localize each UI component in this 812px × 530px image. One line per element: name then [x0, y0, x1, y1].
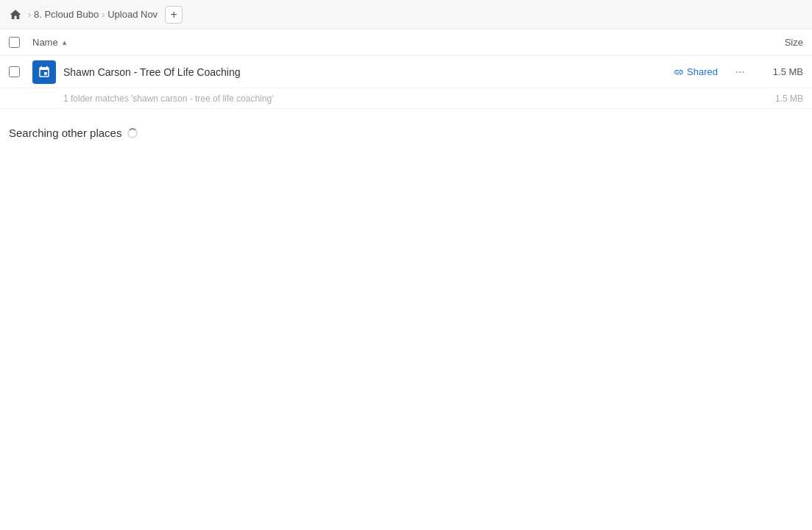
file-name-label: Shawn Carson - Tree Of Life Coaching	[63, 66, 674, 78]
breadcrumb-chevron-2: ›	[102, 10, 105, 20]
name-column-label: Name	[32, 37, 58, 48]
link-icon	[674, 67, 684, 77]
name-column-header[interactable]: Name ▲	[32, 37, 744, 48]
shared-label: Shared	[687, 66, 718, 77]
breadcrumb-bar: › 8. Pcloud Bubo › Upload Nov +	[0, 0, 812, 29]
breadcrumb-chevron-1: ›	[28, 10, 31, 20]
file-row[interactable]: Shawn Carson - Tree Of Life Coaching Sha…	[0, 56, 812, 88]
searching-title: Searching other places	[9, 127, 803, 139]
select-all-checkbox[interactable]	[9, 37, 20, 48]
file-checkbox[interactable]	[9, 66, 20, 77]
add-button[interactable]: +	[165, 6, 183, 24]
searching-section: Searching other places	[0, 109, 812, 148]
breadcrumb-item-pcloud[interactable]: 8. Pcloud Bubo	[34, 9, 99, 20]
searching-label: Searching other places	[9, 127, 121, 139]
file-checkbox-container[interactable]	[9, 66, 32, 77]
size-column-header[interactable]: Size	[744, 37, 803, 48]
column-header-row: Name ▲ Size	[0, 29, 812, 56]
loading-spinner	[127, 128, 138, 138]
match-info-row: 1 folder matches 'shawn carson - tree of…	[0, 88, 812, 109]
file-size-label: 1.5 MB	[759, 66, 803, 77]
file-type-icon	[32, 60, 56, 84]
sort-arrow-icon: ▲	[61, 38, 68, 46]
home-button[interactable]	[9, 8, 22, 21]
match-info-size: 1.5 MB	[759, 93, 803, 104]
breadcrumb-item-upload[interactable]: Upload Nov	[107, 9, 158, 20]
shared-badge: Shared	[674, 66, 718, 77]
match-info-text: 1 folder matches 'shawn carson - tree of…	[63, 93, 759, 104]
select-all-checkbox-container[interactable]	[9, 37, 32, 48]
more-options-button[interactable]: ···	[730, 62, 750, 82]
